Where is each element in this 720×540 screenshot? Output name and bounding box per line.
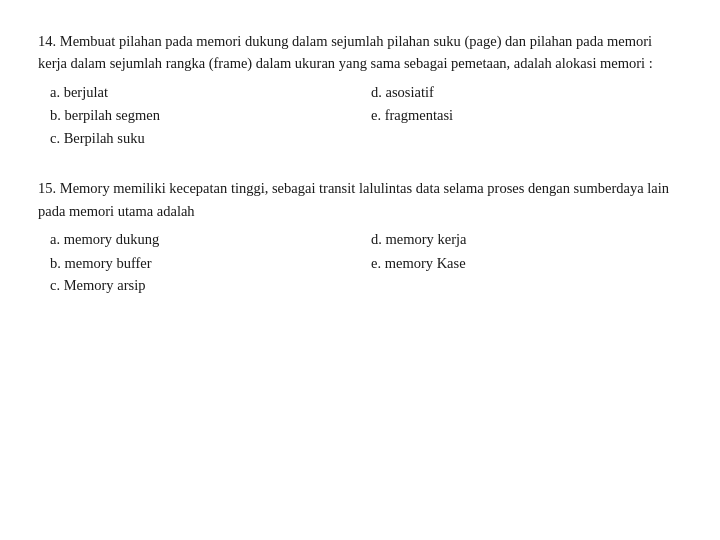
option-15-d: d. memory kerja [366, 228, 682, 250]
question-14-number: 14. [38, 33, 56, 49]
question-15-text: 15. Memory memiliki kecepatan tinggi, se… [38, 177, 682, 222]
option-14-e: e. fragmentasi [366, 104, 682, 126]
question-14-options: a. berjulat d. asosiatif b. berpilah seg… [38, 81, 682, 127]
option-15-a: a. memory dukung [50, 228, 366, 250]
option-14-b: b. berpilah segmen [50, 104, 366, 126]
question-14-title: 14. Membuat pilahan pada memori dukung d… [38, 33, 653, 71]
option-15-e: e. memory Kase [366, 252, 682, 274]
question-15-title: 15. Memory memiliki kecepatan tinggi, se… [38, 180, 669, 218]
option-14-d: d. asosiatif [366, 81, 682, 103]
question-15-intro: Memory memiliki kecepatan tinggi, sebaga… [38, 180, 669, 218]
option-15-b: b. memory buffer [50, 252, 366, 274]
question-15-options: a. memory dukung d. memory kerja b. memo… [38, 228, 682, 274]
option-14-a: a. berjulat [50, 81, 366, 103]
question-14-intro: Membuat pilahan pada memori dukung dalam… [38, 33, 653, 71]
question-15: 15. Memory memiliki kecepatan tinggi, se… [38, 177, 682, 296]
question-14: 14. Membuat pilahan pada memori dukung d… [38, 30, 682, 149]
option-15-c: c. Memory arsip [38, 274, 682, 296]
question-14-text: 14. Membuat pilahan pada memori dukung d… [38, 30, 682, 75]
question-15-number: 15. [38, 180, 56, 196]
option-14-c: c. Berpilah suku [38, 127, 682, 149]
